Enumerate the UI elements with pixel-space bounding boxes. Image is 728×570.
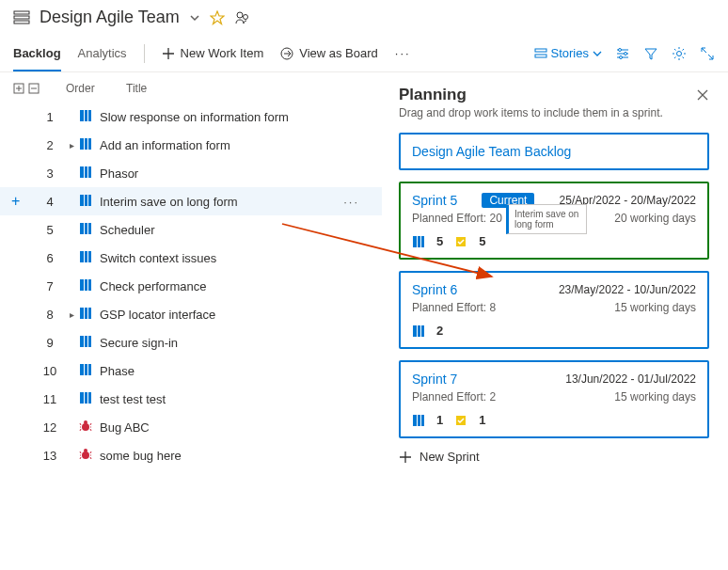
new-work-item-button[interactable]: New Work Item [162, 46, 264, 60]
collapse-all-icon[interactable] [28, 83, 40, 94]
filter-icon[interactable] [643, 46, 658, 61]
pbi-icon [79, 166, 94, 181]
planning-title: Planning [399, 86, 467, 104]
svg-rect-39 [85, 336, 87, 347]
svg-point-10 [620, 55, 623, 58]
pbi-icon [79, 194, 94, 209]
svg-rect-14 [80, 110, 84, 121]
svg-rect-56 [418, 325, 420, 337]
svg-rect-37 [88, 308, 91, 319]
svg-rect-1 [14, 16, 29, 19]
sprint-counts: 2 [412, 324, 696, 338]
stories-dropdown[interactable]: Stories [534, 46, 602, 60]
svg-rect-22 [88, 166, 91, 178]
table-row[interactable]: +4Interim save on long form··· [0, 187, 382, 215]
task-icon [454, 235, 467, 248]
order-cell: 9 [36, 336, 64, 350]
svg-rect-16 [88, 110, 91, 121]
expand-chevron-icon[interactable]: ▸ [64, 309, 79, 320]
table-row[interactable]: 12Bug ABC [0, 413, 382, 441]
svg-rect-45 [85, 392, 87, 404]
add-child-icon[interactable]: + [11, 193, 20, 210]
divider [144, 44, 145, 63]
bug-icon [79, 420, 94, 435]
sprint-card[interactable]: Sprint 623/May/2022 - 10/Jun/2022Planned… [399, 271, 709, 349]
pbi-icon [412, 414, 425, 427]
sprint-card[interactable]: Sprint 713/Jun/2022 - 01/Jul/2022Planned… [399, 360, 709, 438]
order-cell: 5 [36, 223, 64, 237]
svg-rect-18 [85, 138, 87, 150]
team-icon[interactable] [234, 9, 251, 26]
table-row[interactable]: 13some bug here [0, 441, 382, 469]
more-icon[interactable]: ··· [343, 195, 359, 209]
item-title: Add an information form [100, 138, 369, 152]
svg-rect-34 [88, 279, 91, 291]
svg-rect-53 [421, 236, 424, 247]
close-icon[interactable] [696, 88, 709, 102]
sprint-counts: 55 [412, 234, 696, 248]
settings-sliders-icon[interactable] [615, 46, 630, 61]
svg-rect-20 [80, 166, 84, 178]
expand-all-icon[interactable] [13, 83, 24, 94]
table-row[interactable]: 8▸GSP locator interface [0, 300, 382, 328]
svg-rect-7 [535, 55, 546, 57]
sprint-dates: 23/May/2022 - 10/Jun/2022 [559, 283, 696, 296]
working-days: 15 working days [614, 301, 696, 314]
svg-rect-52 [418, 236, 420, 247]
table-row[interactable]: 2▸Add an information form [0, 131, 382, 159]
expand-chevron-icon[interactable]: ▸ [64, 140, 79, 150]
pbi-icon [79, 307, 94, 322]
svg-rect-17 [80, 138, 84, 150]
column-order: Order [66, 82, 122, 95]
favorite-star-icon[interactable] [210, 10, 225, 25]
table-row[interactable]: 10Phase [0, 356, 382, 385]
backlog-card[interactable]: Design Agile Team Backlog [399, 133, 709, 170]
order-cell: 2 [36, 138, 64, 152]
pbi-icon [79, 137, 94, 152]
sprint-name: Sprint 7 [412, 372, 457, 387]
table-row[interactable]: 11test test test [0, 385, 382, 413]
sprint-card[interactable]: Sprint 5Current25/Apr/2022 - 20/May/2022… [399, 182, 709, 260]
svg-point-11 [677, 51, 682, 55]
drag-ghost: Interim save on long form [506, 204, 587, 234]
backlog-group-icon [13, 9, 30, 26]
svg-rect-55 [413, 325, 417, 337]
table-row[interactable]: 1Slow response on information form [0, 103, 382, 131]
svg-rect-28 [88, 223, 91, 234]
svg-point-3 [237, 12, 243, 18]
working-days: 20 working days [614, 212, 696, 225]
tab-backlog[interactable]: Backlog [13, 35, 61, 71]
pbi-icon [79, 222, 94, 237]
more-commands-icon[interactable]: ··· [395, 46, 411, 60]
table-row[interactable]: 5Scheduler [0, 215, 382, 244]
svg-rect-27 [85, 223, 87, 234]
svg-rect-25 [88, 195, 91, 206]
table-row[interactable]: 3Phasor [0, 159, 382, 187]
svg-rect-24 [85, 195, 87, 206]
tab-analytics[interactable]: Analytics [78, 35, 127, 71]
svg-rect-51 [413, 236, 417, 247]
title-chevron-icon[interactable] [189, 12, 200, 24]
table-row[interactable]: 6Switch context issues [0, 244, 382, 272]
table-row[interactable]: 7Check performance [0, 272, 382, 300]
svg-point-49 [82, 451, 89, 459]
svg-point-47 [82, 423, 89, 431]
pbi-icon [79, 250, 94, 265]
pbi-icon [412, 325, 425, 338]
new-sprint-button[interactable]: New Sprint [399, 450, 709, 464]
order-cell: 6 [36, 251, 64, 265]
order-cell: 8 [36, 308, 64, 322]
view-as-board-button[interactable]: View as Board [280, 46, 378, 60]
gear-icon[interactable] [672, 46, 687, 61]
pbi-icon [412, 235, 425, 248]
svg-rect-23 [80, 195, 84, 206]
table-row[interactable]: 9Secure sign-in [0, 328, 382, 356]
order-cell: 12 [36, 420, 64, 435]
svg-point-50 [84, 449, 87, 452]
item-title: Phase [100, 364, 369, 378]
order-cell: 10 [36, 364, 64, 378]
fullscreen-icon[interactable] [700, 46, 715, 61]
page-title: Design Agile Team [40, 8, 180, 27]
svg-point-8 [619, 48, 622, 51]
sprint-counts: 11 [412, 413, 696, 427]
